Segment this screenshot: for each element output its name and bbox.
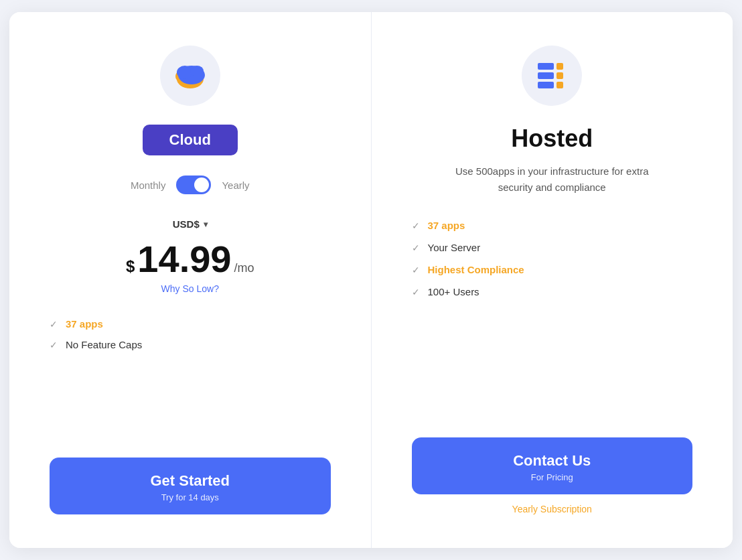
cta-sub-label: For Pricing	[531, 472, 573, 482]
feature-text: 37 apps	[428, 220, 465, 231]
price-amount: 14.99	[137, 240, 231, 278]
svg-point-5	[190, 66, 204, 76]
feature-text: 37 apps	[66, 318, 103, 330]
cta-sub-label: Try for 14 days	[161, 492, 219, 502]
list-item: ✓ No Feature Caps	[50, 339, 331, 350]
hosted-plan-description: Use 500apps in your infrastructure for e…	[445, 163, 659, 196]
cloud-pricing-card: Cloud Monthly Yearly USD$ ▾ $ 14.99 /mo …	[9, 12, 372, 548]
monthly-label: Monthly	[131, 180, 166, 191]
hosted-features-list: ✓ 37 apps ✓ Your Server ✓ Highest Compli…	[412, 220, 693, 297]
currency-selector[interactable]: USD$ ▾	[173, 218, 208, 230]
list-item: ✓ Your Server	[412, 242, 693, 253]
contact-us-button[interactable]: Contact Us For Pricing	[412, 437, 693, 494]
cloud-features-list: ✓ 37 apps ✓ No Feature Caps	[50, 318, 331, 350]
hosted-icon-circle	[522, 46, 582, 106]
billing-toggle-row: Monthly Yearly	[131, 176, 250, 194]
price-period: /mo	[234, 261, 254, 275]
cloud-plan-badge: Cloud	[143, 125, 238, 155]
cloud-icon-circle	[160, 46, 220, 106]
list-item: ✓ 37 apps	[50, 318, 331, 330]
server-icon	[538, 63, 566, 88]
check-icon: ✓	[50, 340, 58, 350]
price-row: $ 14.99 /mo	[126, 240, 254, 278]
cloud-icon	[171, 62, 209, 90]
check-icon: ✓	[50, 319, 58, 330]
check-icon: ✓	[412, 220, 420, 231]
list-item: ✓ 100+ Users	[412, 286, 693, 297]
yearly-subscription-note: Yearly Subscription	[512, 504, 592, 514]
toggle-slider	[176, 176, 211, 194]
hosted-plan-title: Hosted	[511, 125, 593, 153]
why-so-low-link[interactable]: Why So Low?	[161, 283, 219, 294]
check-icon: ✓	[412, 242, 420, 253]
currency-label: USD$	[173, 218, 200, 230]
check-icon: ✓	[412, 265, 420, 275]
list-item: ✓ 37 apps	[412, 220, 693, 231]
pricing-container: Cloud Monthly Yearly USD$ ▾ $ 14.99 /mo …	[9, 12, 733, 548]
hosted-pricing-card: Hosted Use 500apps in your infrastructur…	[372, 12, 733, 548]
feature-text: Your Server	[428, 242, 481, 253]
feature-text: Highest Compliance	[428, 264, 524, 275]
check-icon: ✓	[412, 287, 420, 297]
list-item: ✓ Highest Compliance	[412, 264, 693, 275]
feature-text: 100+ Users	[428, 286, 479, 297]
cta-main-label: Contact Us	[513, 452, 591, 470]
get-started-button[interactable]: Get Started Try for 14 days	[50, 458, 331, 514]
yearly-label: Yearly	[222, 180, 249, 191]
currency-caret-icon: ▾	[204, 220, 208, 229]
price-symbol: $	[126, 257, 135, 276]
cta-main-label: Get Started	[150, 472, 230, 490]
billing-toggle[interactable]	[176, 176, 211, 194]
feature-text: No Feature Caps	[66, 339, 142, 350]
